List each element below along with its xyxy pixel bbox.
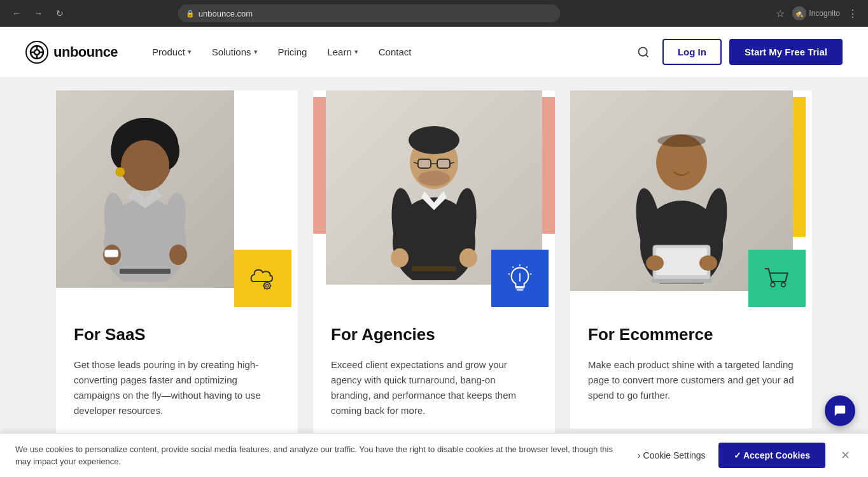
svg-point-14: [121, 140, 169, 191]
chat-button[interactable]: [825, 395, 855, 426]
accept-cookies-button[interactable]: ✓ Accept Cookies: [718, 443, 825, 468]
navbar: unbounce Product ▾ Solutions ▾ Pricing L…: [0, 27, 868, 78]
ecommerce-card-body: For Ecommerce Make each product shine wi…: [570, 294, 812, 416]
cookie-settings-button[interactable]: › Cookie Settings: [638, 450, 706, 460]
ecommerce-title: For Ecommerce: [588, 325, 794, 345]
saas-person-image: [56, 90, 234, 288]
svg-point-64: [771, 283, 775, 287]
refresh-button[interactable]: ↻: [51, 4, 69, 22]
svg-point-1: [34, 50, 39, 55]
svg-point-63: [699, 255, 717, 271]
nav-product[interactable]: Product ▾: [143, 41, 200, 62]
forward-button[interactable]: →: [29, 4, 47, 22]
main-content: For SaaS Get those leads pouring in by c…: [0, 78, 868, 477]
nav-links: Product ▾ Solutions ▾ Pricing Learn ▾ Co…: [143, 41, 632, 62]
star-icon[interactable]: ☆: [773, 5, 787, 22]
chevron-down-icon: ▾: [354, 48, 358, 56]
back-button[interactable]: ←: [8, 4, 25, 22]
svg-point-18: [169, 245, 187, 265]
nav-contact[interactable]: Contact: [370, 41, 421, 62]
saas-description: Get those leads pouring in by creating h…: [74, 357, 280, 418]
svg-line-28: [264, 283, 265, 283]
browser-actions: ☆ 🕵 Incognito ⋮: [773, 5, 860, 22]
saas-icon-box: [234, 250, 291, 307]
ecommerce-card: For Ecommerce Make each product shine wi…: [570, 90, 812, 429]
agencies-card-body: For Agencies Exceed client expectations …: [313, 294, 555, 431]
logo-link[interactable]: unbounce: [25, 41, 118, 64]
saas-card: For SaaS Get those leads pouring in by c…: [56, 90, 298, 444]
agencies-title: For Agencies: [331, 325, 537, 345]
svg-line-30: [269, 283, 270, 283]
svg-rect-36: [418, 159, 431, 168]
svg-point-65: [781, 283, 786, 287]
chevron-down-icon: ▾: [254, 48, 258, 56]
svg-point-23: [266, 285, 269, 287]
logo-text: unbounce: [53, 44, 118, 61]
svg-line-29: [269, 288, 270, 288]
svg-rect-37: [437, 159, 450, 168]
browser-nav-buttons: ← → ↻: [8, 4, 69, 22]
saas-card-body: For SaaS Get those leads pouring in by c…: [56, 294, 298, 431]
chevron-down-icon: ▾: [188, 48, 192, 56]
saas-card-image: [56, 90, 298, 294]
svg-point-44: [459, 248, 477, 267]
svg-point-6: [638, 47, 647, 55]
agencies-card: For Agencies Exceed client expectations …: [313, 90, 555, 444]
lock-icon: 🔒: [186, 10, 195, 18]
ecommerce-description: Make each product shine with a targeted …: [588, 357, 794, 403]
svg-line-31: [264, 288, 265, 288]
svg-rect-45: [412, 266, 456, 271]
svg-rect-20: [120, 269, 171, 274]
svg-rect-21: [104, 250, 118, 257]
svg-point-22: [264, 283, 270, 289]
svg-point-19: [116, 167, 125, 176]
svg-point-62: [646, 255, 664, 271]
url-text: unbounce.com: [199, 9, 253, 18]
svg-rect-61: [651, 279, 712, 283]
incognito-badge: 🕵 Incognito: [792, 6, 840, 20]
incognito-icon: 🕵: [792, 6, 806, 20]
address-bar[interactable]: 🔒 unbounce.com: [178, 4, 560, 22]
chevron-icon: ›: [638, 450, 641, 460]
login-button[interactable]: Log In: [662, 39, 722, 65]
svg-line-50: [526, 267, 528, 268]
browser-chrome: ← → ↻ 🔒 unbounce.com ☆ 🕵 Incognito ⋮: [0, 0, 868, 27]
svg-point-43: [391, 248, 409, 267]
nav-learn[interactable]: Learn ▾: [318, 41, 367, 62]
svg-line-49: [512, 267, 514, 268]
svg-point-35: [418, 171, 450, 186]
logo-icon: [25, 41, 48, 64]
search-button[interactable]: [632, 41, 655, 64]
incognito-label: Incognito: [809, 9, 840, 18]
trial-button[interactable]: Start My Free Trial: [729, 39, 843, 65]
svg-point-34: [409, 126, 459, 154]
cards-container: For SaaS Get those leads pouring in by c…: [27, 90, 841, 444]
agencies-card-image: [313, 90, 555, 294]
site-wrapper: unbounce Product ▾ Solutions ▾ Pricing L…: [0, 27, 868, 477]
ecommerce-card-image: [570, 90, 812, 294]
svg-line-7: [646, 54, 648, 57]
cookie-text: We use cookies to personalize content, p…: [15, 443, 625, 468]
agencies-description: Exceed client expectations and grow your…: [331, 357, 537, 418]
nav-solutions[interactable]: Solutions ▾: [203, 41, 267, 62]
nav-actions: Log In Start My Free Trial: [632, 39, 843, 65]
svg-rect-60: [656, 248, 707, 275]
menu-icon[interactable]: ⋮: [845, 5, 860, 22]
svg-point-56: [657, 134, 706, 147]
nav-pricing[interactable]: Pricing: [269, 41, 316, 62]
agencies-icon-box: [491, 250, 549, 307]
saas-title: For SaaS: [74, 325, 280, 345]
cookie-banner: We use cookies to personalize content, p…: [0, 433, 868, 477]
close-banner-button[interactable]: ✕: [838, 446, 853, 465]
ecommerce-icon-box: [748, 250, 806, 307]
